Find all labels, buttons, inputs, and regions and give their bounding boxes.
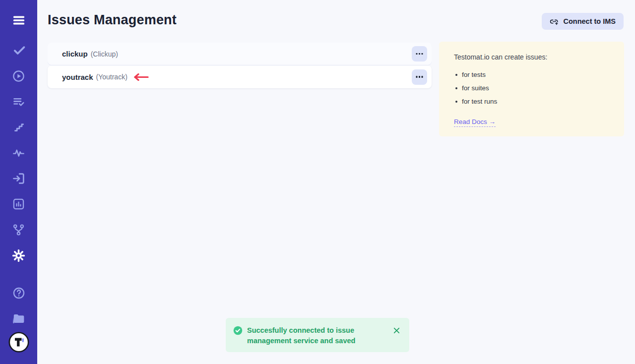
- info-panel-title: Testomat.io can create issues:: [454, 53, 609, 61]
- connect-to-ims-button[interactable]: Connect to IMS: [542, 13, 624, 30]
- close-icon[interactable]: [392, 326, 401, 337]
- toast-message: Succesfully connected to issue managemen…: [247, 325, 390, 346]
- gear-icon[interactable]: [0, 247, 37, 264]
- bar-chart-icon[interactable]: [0, 195, 37, 212]
- ims-name: clickup: [62, 50, 88, 58]
- checklist-icon[interactable]: [0, 93, 37, 110]
- info-bullet: for suites: [454, 84, 609, 92]
- info-panel: Testomat.io can create issues: for tests…: [439, 42, 624, 136]
- page-title: Issues Management: [48, 12, 177, 28]
- issues-management-page: Issues Management Connect to IMS clickup…: [0, 0, 635, 364]
- ellipsis-icon: [419, 76, 421, 78]
- connect-to-ims-label: Connect to IMS: [563, 17, 616, 25]
- steps-icon[interactable]: [0, 119, 37, 135]
- info-bullet: for tests: [454, 71, 609, 78]
- ims-row-clickup[interactable]: clickup (Clickup): [48, 43, 432, 65]
- hamburger-menu-icon[interactable]: [0, 12, 37, 29]
- help-icon[interactable]: [0, 285, 37, 302]
- ellipsis-icon: [419, 53, 421, 55]
- folder-icon[interactable]: [0, 310, 37, 327]
- red-left-arrow-icon: [132, 73, 149, 81]
- ims-row-youtrack[interactable]: youtrack (Youtrack): [48, 65, 432, 88]
- pulse-icon[interactable]: [0, 144, 37, 161]
- info-bullet: for test runs: [454, 98, 609, 105]
- row-menu-button[interactable]: [412, 46, 427, 61]
- success-toast: Succesfully connected to issue managemen…: [226, 318, 409, 352]
- check-icon[interactable]: [0, 42, 37, 59]
- ims-name: youtrack: [62, 73, 93, 81]
- sidebar: [0, 0, 37, 364]
- ims-list: clickup (Clickup) youtrack (Youtrack): [48, 43, 432, 88]
- import-icon[interactable]: [0, 170, 37, 187]
- read-docs-link[interactable]: Read Docs →: [454, 118, 496, 127]
- info-bullet-list: for tests for suites for test runs: [454, 71, 609, 105]
- link-plus-icon: [550, 17, 559, 26]
- check-circle-icon: [233, 326, 243, 337]
- play-circle-icon[interactable]: [0, 67, 37, 84]
- branch-icon[interactable]: [0, 221, 37, 238]
- ims-type: (Youtrack): [96, 73, 127, 81]
- testomat-logo[interactable]: [0, 331, 37, 353]
- ims-type: (Clickup): [91, 50, 118, 58]
- row-menu-button[interactable]: [412, 69, 427, 85]
